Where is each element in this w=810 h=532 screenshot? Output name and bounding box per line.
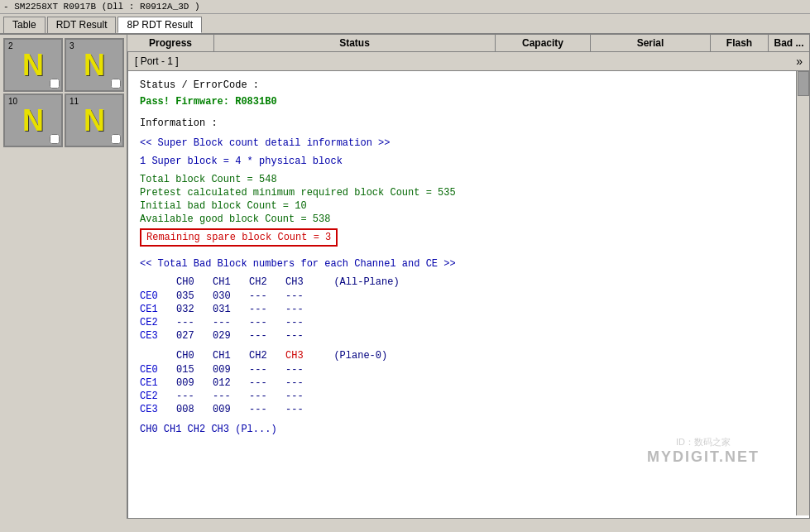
header-flash: Flash (711, 35, 769, 51)
header-serial: Serial (591, 35, 711, 51)
slot-label-2: N (22, 50, 44, 80)
slot-checkbox-11[interactable] (111, 134, 121, 144)
super-block-header: << Super Block count detail information … (140, 137, 783, 149)
status-error-label: Status / ErrorCode : (140, 79, 783, 91)
slot-number-3: 3 (69, 41, 74, 50)
status-value: Pass! Firmware: R0831B0 (140, 96, 783, 108)
slot-label-11: N (84, 106, 105, 136)
detail-close-icon[interactable]: » (796, 55, 803, 68)
plane0-ce1: CE1 009 012 --- --- (140, 377, 783, 389)
slot-10[interactable]: 10 N (3, 93, 63, 147)
all-plane-ce1: CE1 032 031 --- --- (140, 304, 783, 315)
all-plane-ce2: CE2 --- --- --- --- (140, 317, 783, 328)
all-plane-ce3: CE3 027 029 --- --- (140, 330, 783, 342)
scrollbar-thumb[interactable] (798, 71, 809, 96)
header-progress: Progress (127, 35, 214, 51)
tab-bar: Table RDT Result 8P RDT Result (0, 14, 810, 35)
info-label: Information : (140, 117, 783, 129)
slot-number-10: 10 (8, 97, 17, 106)
tab-rdt-result[interactable]: RDT Result (47, 17, 117, 33)
title-text: - SM2258XT R0917B (Dll : R0912A_3D ) (3, 2, 200, 12)
plane0-ce3: CE3 008 009 --- --- (140, 404, 783, 415)
channel-table-plane0: CH0 CH1 CH2 CH3 (Plane-0) CE0 015 009 --… (140, 350, 783, 415)
slot-label-3: N (84, 50, 105, 80)
slot-checkbox-3[interactable] (111, 79, 121, 89)
bad-block-header: << Total Bad Block numbers for each Chan… (140, 258, 783, 270)
watermark-mid: MYDIGIT.NET (647, 448, 760, 466)
slot-checkbox-10[interactable] (50, 134, 60, 144)
scrollbar[interactable] (796, 71, 809, 515)
header-bad: Bad ... (769, 35, 810, 51)
plane0-ce2: CE2 --- --- --- --- (140, 391, 783, 402)
detail-content: Status / ErrorCode : Pass! Firmware: R08… (128, 71, 809, 515)
content-area: Progress Status Capacity Serial Flash Ba… (127, 35, 810, 519)
detail-port-label: [ Port - 1 ] (135, 55, 179, 67)
slot-grid: 2 N 3 N 10 N 11 N (0, 35, 127, 151)
detail-title-bar: [ Port - 1 ] » (128, 52, 809, 71)
tab-8p-rdt-result[interactable]: 8P RDT Result (117, 17, 202, 33)
slot-number-11: 11 (69, 97, 79, 106)
tab-table[interactable]: Table (3, 17, 46, 33)
remaining-spare-wrapper: Remaining spare block Count = 3 (140, 228, 783, 250)
plane0-ce0: CE0 015 009 --- --- (140, 364, 783, 376)
detail-panel: [ Port - 1 ] » Status / ErrorCode : Pass… (127, 51, 810, 519)
watermark-top: ID：数码之家 (647, 436, 760, 448)
table-header: Progress Status Capacity Serial Flash Ba… (127, 35, 810, 53)
slot-2[interactable]: 2 N (3, 38, 63, 92)
header-status: Status (214, 35, 496, 51)
next-plane-hint: CH0 CH1 CH2 CH3 (Pl...) (140, 424, 783, 435)
slot-3[interactable]: 3 N (65, 38, 124, 92)
slot-checkbox-2[interactable] (50, 79, 60, 89)
main-layout: 2 N 3 N 10 N 11 N (0, 35, 810, 519)
all-plane-ce0: CE0 035 030 --- --- (140, 290, 783, 302)
super-block-def: 1 Super block = 4 * physical block (140, 156, 783, 167)
watermark: ID：数码之家 MYDIGIT.NET (647, 436, 760, 466)
title-bar: - SM2258XT R0917B (Dll : R0912A_3D ) (0, 0, 810, 14)
initial-bad-line: Initial bad block Count = 10 (140, 200, 783, 212)
channel-table-all-plane: CH0 CH1 CH2 CH3 (All-Plane) CE0 035 030 … (140, 276, 783, 342)
pretest-line: Pretest calculated minimum required bloc… (140, 187, 783, 199)
slot-label-10: N (22, 106, 44, 136)
slot-11[interactable]: 11 N (65, 93, 124, 147)
left-panel: 2 N 3 N 10 N 11 N (0, 35, 127, 519)
available-good-line: Available good block Count = 538 (140, 213, 783, 225)
slot-number-2: 2 (8, 41, 13, 50)
total-block-line: Total block Count = 548 (140, 174, 783, 185)
header-capacity: Capacity (496, 35, 591, 51)
remaining-spare-line: Remaining spare block Count = 3 (140, 228, 338, 247)
